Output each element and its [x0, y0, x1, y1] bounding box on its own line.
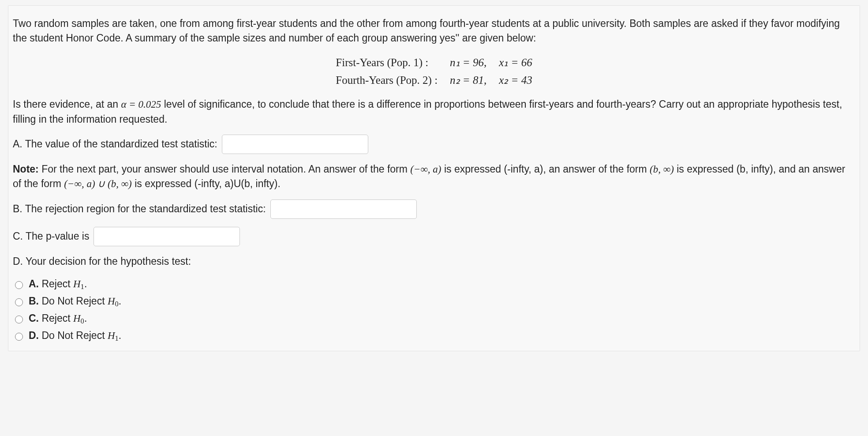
option-c-verb: Reject [39, 312, 73, 324]
note-t2: is expressed (-infty, a), an answer of t… [441, 163, 650, 175]
given-data-block: First-Years (Pop. 1) : n₁ = 96, x₁ = 66 … [13, 54, 855, 90]
option-b-letter: B. [29, 295, 39, 307]
alpha-value: α = 0.025 [121, 99, 161, 110]
intro-paragraph-1: Two random samples are taken, one from a… [13, 16, 855, 46]
option-d-text: D. Do Not Reject H1. [29, 328, 121, 344]
problem-container: Two random samples are taken, one from a… [8, 5, 860, 351]
option-d-verb: Do Not Reject [39, 330, 108, 341]
pop2-label: Fourth-Years (Pop. 2) : [329, 71, 444, 89]
note-int1: (−∞, a) [410, 164, 441, 175]
test-statistic-input[interactable] [222, 135, 368, 154]
option-b-verb: Do Not Reject [39, 295, 108, 307]
option-a-letter: A. [29, 278, 39, 289]
option-c-text: C. Reject H0. [29, 311, 87, 327]
option-b-period: . [119, 295, 121, 307]
option-a: A. Reject H1. [13, 277, 855, 292]
option-c-radio[interactable] [15, 316, 23, 323]
question-pre: Is there evidence, at an [13, 98, 121, 110]
option-d-letter: D. [29, 330, 39, 341]
note-int2: (b, ∞) [650, 164, 674, 175]
option-c: C. Reject H0. [13, 311, 855, 327]
part-a-row: A. The value of the standardized test st… [13, 135, 855, 154]
option-a-h: H1 [73, 278, 84, 289]
p-value-input[interactable] [94, 227, 240, 246]
decision-options: A. Reject H1. B. Do Not Reject H0. C. Re… [13, 277, 855, 344]
note-paragraph: Note: For the next part, your answer sho… [13, 162, 855, 192]
part-c-label: C. The p-value is [13, 229, 89, 244]
option-d-radio[interactable] [15, 333, 23, 341]
option-b-h: H0 [108, 296, 119, 307]
question-paragraph: Is there evidence, at an α = 0.025 level… [13, 97, 855, 127]
pop1-x: x₁ = 66 [493, 54, 538, 71]
option-a-verb: Reject [39, 278, 73, 289]
option-a-period: . [84, 278, 87, 289]
option-c-letter: C. [29, 312, 39, 324]
pop2-x: x₂ = 43 [493, 71, 538, 89]
part-a-label: A. The value of the standardized test st… [13, 137, 217, 151]
pop2-n: n₂ = 81, [444, 71, 493, 89]
pop1-n: n₁ = 96, [444, 54, 493, 71]
option-c-period: . [84, 312, 87, 324]
note-t4: is expressed (-infty, a)U(b, infty). [132, 178, 281, 189]
note-int3: (−∞, a) ∪ (b, ∞) [64, 178, 131, 189]
option-b-radio[interactable] [15, 298, 23, 306]
option-d: D. Do Not Reject H1. [13, 328, 855, 344]
part-c-row: C. The p-value is [13, 227, 855, 246]
option-b: B. Do Not Reject H0. [13, 294, 855, 309]
option-c-h: H0 [73, 313, 84, 324]
note-t1: For the next part, your answer should us… [39, 163, 411, 175]
option-b-text: B. Do Not Reject H0. [29, 294, 121, 309]
part-d-label: D. Your decision for the hypothesis test… [13, 254, 855, 269]
option-a-text: A. Reject H1. [29, 277, 87, 292]
part-b-label: B. The rejection region for the standard… [13, 202, 266, 216]
option-d-h: H1 [108, 330, 119, 341]
option-a-radio[interactable] [15, 281, 23, 289]
part-b-row: B. The rejection region for the standard… [13, 199, 855, 219]
pop1-label: First-Years (Pop. 1) : [329, 54, 444, 71]
option-d-period: . [119, 330, 121, 341]
rejection-region-input[interactable] [270, 199, 417, 219]
note-bold: Note: [13, 163, 39, 175]
